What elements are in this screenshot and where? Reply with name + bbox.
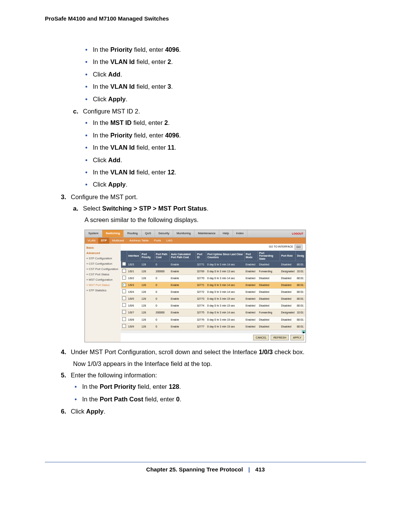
cell: 32774	[196, 302, 206, 309]
row-checkbox[interactable]	[122, 324, 126, 328]
cell: 0	[155, 288, 170, 295]
cell: Enabled	[244, 302, 258, 309]
column-header: Auto Calculated Port Path Cost	[170, 251, 196, 261]
cell: Enabled	[244, 288, 258, 295]
cell: Disabled	[280, 323, 296, 330]
cell: Enable	[170, 316, 196, 323]
sidebar-item[interactable]: » CST Port Configuration	[86, 267, 119, 272]
cell: 0 day 0 hr 3 min 15 sec	[206, 323, 245, 330]
cell: 32773	[196, 295, 206, 302]
column-header: Port Role	[280, 251, 296, 261]
subtab-address-table[interactable]: Address Table	[127, 238, 151, 244]
refresh-button[interactable]: REFRESH	[271, 335, 288, 340]
column-header: Interface	[127, 251, 140, 261]
go-to-interface-bar: GO TO INTERFACE GO	[121, 244, 306, 250]
horizontal-scrollbar[interactable]: ▶	[121, 330, 306, 333]
cell: 0 day 0 hr 3 min 14 sec	[206, 288, 245, 295]
bullet-click-apply: •Click Apply.	[85, 94, 366, 104]
cell: 80:01:	[296, 282, 306, 288]
cell: Disabled	[280, 275, 296, 282]
sidebar-item[interactable]: » CST Port Status	[86, 272, 119, 277]
subtab-multicast[interactable]: Multicast	[109, 238, 127, 244]
step-6: 6.Click Apply.	[61, 406, 366, 416]
cell: Disabled	[258, 261, 280, 268]
cell: 128	[140, 309, 155, 316]
cell: 1/0/9	[127, 323, 140, 330]
column-header: Port Forwarding State	[258, 251, 280, 261]
row-checkbox[interactable]	[122, 269, 126, 273]
cell: 1/0/1	[127, 268, 140, 275]
cell: 0	[155, 295, 170, 302]
tab-security[interactable]: Security	[155, 230, 173, 237]
tab-maintenance[interactable]: Maintenance	[194, 230, 219, 237]
cell: 0 day 0 hr 3 min 14 sec	[206, 309, 245, 316]
sidebar-item[interactable]: » CST Configuration	[86, 261, 119, 267]
sidebar-advanced[interactable]: Advanced	[86, 251, 119, 256]
scroll-right-icon[interactable]: ▶	[302, 330, 306, 333]
table-row: 1/0/1128200000Enable327690 day 0 hr 3 mi…	[121, 268, 306, 275]
cell: Disabled	[258, 275, 280, 282]
cell: Enable	[170, 309, 196, 316]
cell: Enabled	[244, 323, 258, 330]
bullet-click-apply-b: •Click Apply.	[85, 179, 366, 189]
row-checkbox[interactable]	[122, 317, 126, 321]
bullet-port-path-cost-0: •In the Port Path Cost field, enter 0.	[75, 394, 366, 404]
bullet-priority-4096: •In the Priority field, enter 4096.	[85, 45, 366, 54]
table-row: 1/0/21280Enable327700 day 0 hr 3 min 14 …	[121, 275, 306, 282]
cell: Enabled	[244, 268, 258, 275]
sidebar-item[interactable]: » MST Configuration	[86, 277, 119, 283]
sidebar-basic[interactable]: Basic	[86, 245, 119, 251]
tab-monitoring[interactable]: Monitoring	[173, 230, 194, 237]
sidebar-item[interactable]: » MST Port Status	[86, 283, 119, 288]
bullet-priority-4096-b: •In the Priority field, enter 4096.	[85, 130, 366, 140]
cell: 0	[155, 323, 170, 330]
row-checkbox[interactable]	[122, 276, 126, 280]
cell: 128	[140, 275, 155, 282]
row-checkbox[interactable]	[122, 289, 126, 293]
row-checkbox[interactable]	[122, 303, 126, 307]
apply-button[interactable]: APPLY	[290, 335, 304, 340]
tab-system[interactable]: System	[85, 230, 102, 237]
mst-port-table: InterfacePort PriorityPort Path CostAuto…	[121, 251, 306, 330]
tab-help[interactable]: Help	[219, 230, 233, 237]
table-row: 1/0/61280Enable327740 day 0 hr 3 min 15 …	[121, 302, 306, 309]
row-checkbox[interactable]	[122, 310, 126, 314]
table-row: 1/0/41280Enable327720 day 0 hr 3 min 14 …	[121, 288, 306, 295]
row-checkbox[interactable]	[122, 262, 126, 266]
cell: Disabled	[280, 302, 296, 309]
cell: Forwarding	[258, 309, 280, 316]
tab-qos[interactable]: QoS	[142, 230, 155, 237]
cell: Enable	[170, 282, 196, 288]
cell: Enable	[170, 261, 196, 268]
step-3: 3.Configure the MST port.	[61, 192, 366, 202]
cancel-button[interactable]: CANCEL	[253, 335, 269, 340]
row-checkbox[interactable]	[122, 296, 126, 300]
cell: 1/0/2	[127, 275, 140, 282]
bullet-vlanid-11: •In the VLAN Id field, enter 11.	[85, 142, 366, 152]
row-checkbox[interactable]	[122, 283, 126, 287]
tab-switching[interactable]: Switching	[102, 230, 124, 237]
cell: Disabled	[280, 288, 296, 295]
cell: 32775	[196, 309, 206, 316]
cell: 128	[140, 282, 155, 288]
cell: 128	[140, 323, 155, 330]
tab-routing[interactable]: Routing	[124, 230, 142, 237]
subtab-vlan[interactable]: VLAN	[85, 238, 98, 244]
cell: 32771	[196, 261, 206, 268]
subtab-lag[interactable]: LAG	[164, 238, 175, 244]
table-row: 1/0/31280Enable327710 day 0 hr 3 min 14 …	[121, 261, 306, 268]
cell: Enable	[170, 323, 196, 330]
cell: Enabled	[244, 261, 258, 268]
subtab-ports[interactable]: Ports	[151, 238, 164, 244]
sidebar-item[interactable]: » STP Configuration	[86, 256, 119, 261]
tab-index[interactable]: Index	[233, 230, 248, 237]
sidebar-item[interactable]: » STP Statistics	[86, 288, 119, 293]
footer-page-number: 413	[255, 466, 265, 473]
bullet-click-add: •Click Add.	[85, 69, 366, 79]
subtab-stp[interactable]: STP	[98, 238, 110, 244]
go-button[interactable]: GO	[295, 244, 303, 249]
step-3a-follow: A screen similar to the following displa…	[84, 215, 366, 225]
column-header: Port Priority	[140, 251, 155, 261]
column-header: Desig	[296, 251, 306, 261]
logout-link[interactable]: LOGOUT	[292, 232, 306, 236]
